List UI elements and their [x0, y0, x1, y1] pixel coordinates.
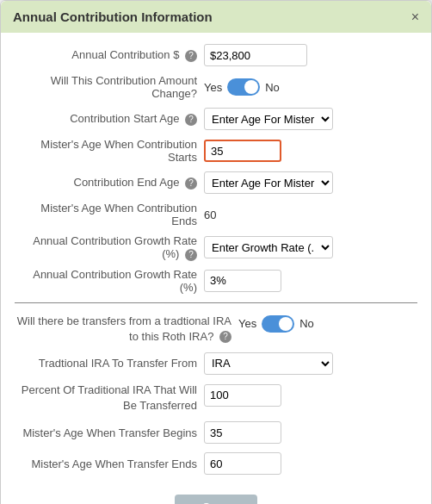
contribution-end-age-label: Contribution End Age ? — [15, 176, 204, 190]
mister-age-starts-row: Mister's Age When Contribution Starts — [15, 138, 417, 164]
transfer-ends-label: Mister's Age When Transfer Ends — [15, 457, 204, 470]
growth-rate-input[interactable] — [204, 270, 281, 292]
contribution-end-age-select[interactable]: Enter Age For Mister — [204, 171, 333, 194]
percent-value-wrapper — [204, 383, 417, 407]
mister-age-starts-input[interactable] — [204, 140, 281, 162]
contribution-start-age-select[interactable]: Enter Age For Mister — [204, 108, 333, 130]
growth-rate-info-icon[interactable]: ? — [185, 249, 197, 261]
contribution-change-toggle[interactable] — [227, 78, 260, 96]
mister-age-ends-row: Mister's Age When Contribution Ends 60 — [15, 202, 417, 227]
transfer-begins-input[interactable] — [204, 421, 281, 444]
annual-contribution-row: Annual Contribution $ ? — [15, 43, 417, 67]
growth-rate-select-wrapper: Enter Growth Rate (... — [204, 236, 417, 258]
contribution-end-age-row: Contribution End Age ? Enter Age For Mis… — [15, 171, 417, 195]
close-button[interactable]: × — [411, 10, 419, 24]
percent-row: Percent Of Traditional IRA That Will Be … — [15, 383, 417, 414]
annual-contribution-input[interactable] — [204, 44, 307, 66]
mister-age-starts-label: Mister's Age When Contribution Starts — [15, 138, 204, 164]
contribution-change-toggle-group: Yes No — [204, 78, 417, 96]
growth-rate-select-label: Annual Contribution Growth Rate (%) ? — [15, 234, 204, 261]
transfers-label: Will there be transfers from a tradtiona… — [15, 314, 238, 345]
annual-contribution-label: Annual Contribution $ ? — [15, 48, 204, 62]
growth-rate-value-label: Annual Contribution Growth Rate (%) — [15, 268, 204, 294]
modal-header: Annual Contribution Information × — [1, 1, 431, 33]
annual-contribution-info-icon[interactable]: ? — [185, 50, 197, 62]
annual-contribution-value-wrapper — [204, 44, 417, 66]
modal-body: Annual Contribution $ ? Will This Contri… — [1, 33, 431, 504]
growth-rate-value-wrapper — [204, 270, 417, 292]
contribution-change-label: Will This Contribution Amount Change? — [15, 74, 204, 100]
transfer-begins-row: Mister's Age When Transfer Begins — [15, 420, 417, 445]
mister-age-starts-value-wrapper — [204, 140, 417, 162]
section-divider — [15, 302, 417, 303]
transfers-no-label: No — [299, 317, 314, 330]
transfer-begins-value-wrapper — [204, 421, 417, 444]
transfers-toggle-group: Yes No — [238, 314, 417, 333]
contribution-end-age-info-icon[interactable]: ? — [185, 177, 197, 190]
mister-age-ends-value-wrapper: 60 — [204, 208, 417, 221]
percent-label: Percent Of Traditional IRA That Will Be … — [15, 383, 204, 414]
ira-from-select-wrapper: IRA — [204, 352, 417, 375]
transfers-yes-label: Yes — [238, 317, 256, 330]
contribution-start-age-select-wrapper: Enter Age For Mister — [204, 108, 417, 130]
transfer-ends-row: Mister's Age When Transfer Ends — [15, 451, 417, 476]
growth-rate-select-row: Annual Contribution Growth Rate (%) ? En… — [15, 234, 417, 261]
contribution-end-age-select-wrapper: Enter Age For Mister — [204, 171, 417, 194]
transfers-info-icon[interactable]: ? — [219, 331, 231, 343]
growth-rate-select[interactable]: Enter Growth Rate (... — [204, 236, 333, 258]
contribution-start-age-row: Contribution Start Age ? Enter Age For M… — [15, 107, 417, 131]
transfers-toggle[interactable] — [262, 315, 294, 333]
transfer-ends-input[interactable] — [204, 452, 281, 475]
mister-age-ends-value: 60 — [204, 208, 216, 221]
ira-from-label: Tradtional IRA To Transfer From — [15, 357, 204, 370]
contribution-change-no-label: No — [265, 81, 280, 94]
save-button[interactable]: Save — [175, 495, 257, 504]
modal-container: Annual Contribution Information × Annual… — [0, 0, 432, 504]
contribution-change-row: Will This Contribution Amount Change? Ye… — [15, 74, 417, 100]
growth-rate-value-row: Annual Contribution Growth Rate (%) — [15, 268, 417, 294]
transfers-row: Will there be transfers from a tradtiona… — [15, 312, 417, 345]
contribution-start-age-label: Contribution Start Age ? — [15, 112, 204, 126]
contribution-start-age-info-icon[interactable]: ? — [185, 114, 197, 126]
percent-input[interactable] — [204, 384, 281, 407]
mister-age-ends-label: Mister's Age When Contribution Ends — [15, 202, 204, 227]
transfer-ends-value-wrapper — [204, 452, 417, 475]
transfer-begins-label: Mister's Age When Transfer Begins — [15, 426, 204, 439]
contribution-change-yes-label: Yes — [204, 81, 222, 94]
ira-from-row: Tradtional IRA To Transfer From IRA — [15, 352, 417, 376]
modal-title: Annual Contribution Information — [13, 9, 213, 24]
save-row: Save — [15, 482, 417, 504]
ira-from-select[interactable]: IRA — [204, 352, 333, 375]
